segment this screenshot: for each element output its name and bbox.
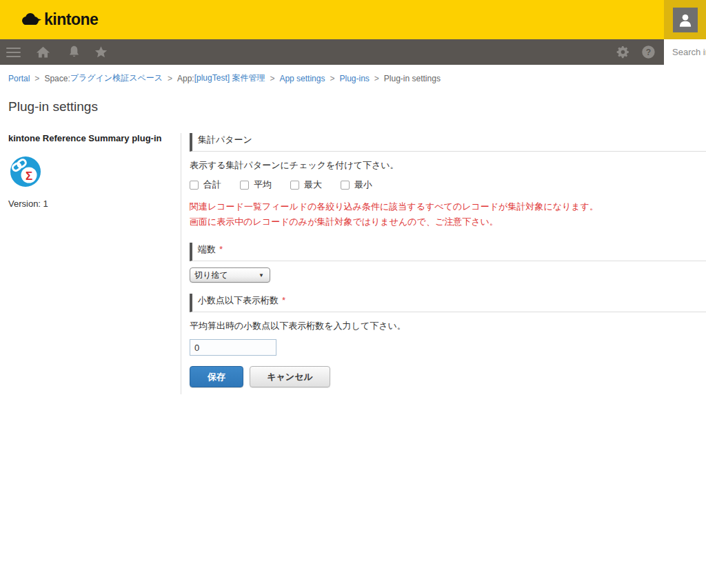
checkbox-max[interactable]: 最大 [290,179,322,191]
user-avatar[interactable] [673,8,698,32]
breadcrumb-space-link[interactable]: プラグイン検証スペース [70,72,163,84]
section-heading-rounding: 端数 * [190,243,706,261]
help-icon[interactable]: ? [641,45,656,60]
plugin-icon: Σ [8,154,43,189]
content-area: kintone Reference Summary plug-in Σ Vers… [0,133,706,394]
breadcrumb-separator: > [330,74,334,83]
breadcrumb-plugins[interactable]: Plug-ins [339,74,369,83]
plugin-info-sidebar: kintone Reference Summary plug-in Σ Vers… [8,133,181,209]
rounding-selected-value: 切り捨て [194,270,228,281]
kintone-logo-text: kintone [44,10,98,29]
form-actions: 保存 キャンセル [190,366,706,387]
search-input[interactable] [664,39,706,65]
breadcrumb-separator: > [168,74,172,83]
home-icon[interactable] [35,45,50,60]
breadcrumb-separator: > [34,74,39,83]
rounding-heading-label: 端数 [198,243,216,256]
notifications-bell-icon[interactable] [66,45,81,60]
decimal-heading-label: 小数点以下表示桁数 [198,294,279,307]
checkbox-average-box[interactable] [240,181,249,190]
checkbox-min-box[interactable] [341,181,350,190]
settings-gear-icon[interactable] [615,45,630,60]
global-nav-bar: ? [0,39,706,65]
user-avatar-icon [676,11,694,29]
breadcrumb-separator: > [270,74,274,83]
breadcrumb-space-prefix: Space: [44,74,70,83]
kintone-cloud-icon [21,12,41,28]
sigma-glyph: Σ [26,169,32,182]
breadcrumb: Portal > Space: プラグイン検証スペース > App: [plug… [0,65,706,90]
breadcrumb-separator: > [374,74,379,83]
plugin-name: kintone Reference Summary plug-in [8,133,181,145]
rounding-select[interactable]: 切り捨て ▼ [190,267,270,283]
warning-line-2: 画面に表示中のレコードのみが集計対象ではりませんので、ご注意下さい。 [190,217,706,226]
pattern-checkbox-row: 合計 平均 最大 最小 [190,179,706,191]
section-heading-decimal: 小数点以下表示桁数 * [190,294,706,312]
kintone-logo[interactable]: kintone [21,10,98,29]
checkbox-sum[interactable]: 合計 [190,179,221,191]
page-title: Plug-in settings [0,90,706,114]
decimal-description: 平均算出時の小数点以下表示桁数を入力して下さい。 [190,320,706,332]
checkbox-max-box[interactable] [290,181,299,190]
warning-line-1: 関連レコード一覧フィールドの各絞り込み条件に該当するすべてのレコードが集計対象に… [190,202,706,211]
user-menu-area[interactable] [664,0,706,39]
pattern-heading-label: 集計パターン [198,134,252,146]
checkbox-sum-box[interactable] [190,181,199,190]
required-asterisk: * [282,295,285,305]
checkbox-sum-label: 合計 [203,179,221,191]
plugin-version: Version: 1 [8,199,181,209]
svg-text:?: ? [645,48,650,57]
chevron-down-icon: ▼ [259,272,264,278]
checkbox-average-label: 平均 [254,179,272,191]
checkbox-average[interactable]: 平均 [240,179,272,191]
pattern-description: 表示する集計パターンにチェックを付けて下さい。 [190,159,706,172]
plugin-settings-form: 集計パターン 表示する集計パターンにチェックを付けて下さい。 合計 平均 最大 … [181,133,706,394]
checkbox-min[interactable]: 最小 [341,179,372,191]
breadcrumb-current: Plug-in settings [384,74,441,83]
required-asterisk: * [219,244,223,254]
menu-hamburger-icon[interactable] [6,45,21,60]
save-button[interactable]: 保存 [190,366,243,387]
breadcrumb-app-prefix: App: [177,74,194,83]
breadcrumb-app-link[interactable]: [plugTest] 案件管理 [194,72,265,84]
checkbox-max-label: 最大 [304,179,322,191]
brand-header: kintone [0,0,706,39]
decimal-digits-input[interactable] [190,339,276,356]
cancel-button[interactable]: キャンセル [250,366,330,387]
favorites-star-icon[interactable] [93,45,108,60]
breadcrumb-app-settings[interactable]: App settings [279,74,325,83]
section-heading-pattern: 集計パターン [190,133,706,152]
checkbox-min-label: 最小 [354,179,372,191]
breadcrumb-portal[interactable]: Portal [8,74,30,83]
